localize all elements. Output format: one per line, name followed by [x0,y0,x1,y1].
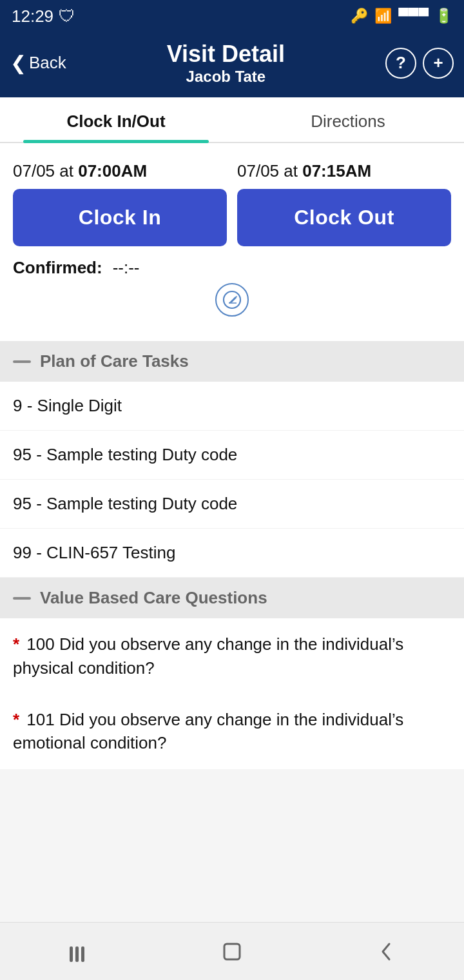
battery-icon: 🔋 [435,8,452,24]
section-dash-icon [13,597,31,600]
status-icons: 🔑 📶 ▀▀▀ 🔋 [351,8,452,24]
value-based-care-header: Value Based Care Questions [0,578,464,618]
question-number: 101 [26,710,54,729]
edit-icon-wrap [13,283,451,317]
required-star-icon: * [13,710,19,729]
clock-in-button[interactable]: Clock In [13,189,227,246]
confirmed-value: --:-- [113,258,140,278]
signal-icon: ▀▀▀ [398,8,429,24]
required-star-icon: * [13,634,19,654]
svg-rect-2 [70,946,73,962]
question-text: Did you observe any change in the indivi… [13,710,403,752]
tab-directions-label: Directions [311,112,385,131]
back-chevron-icon [374,939,400,965]
section-dash-icon [13,360,31,363]
plan-of-care-header: Plan of Care Tasks [0,341,464,382]
task-item[interactable]: 9 - Single Digit [0,382,464,431]
time-display: 12:29 [12,6,53,26]
shield-icon: 🛡 [59,6,75,26]
question-number: 100 [26,634,54,654]
task-item[interactable]: 95 - Sample testing Duty code [0,431,464,480]
edit-time-button[interactable] [215,283,249,317]
plan-of-care-title: Plan of Care Tasks [40,351,189,371]
nav-menu-button[interactable] [52,932,103,971]
nav-home-button[interactable] [206,932,258,971]
svg-rect-3 [75,946,79,962]
header-icons: ? + [385,48,454,79]
clock-out-col: 07/05 at 07:15AM Clock Out [237,161,451,246]
add-button[interactable]: + [423,48,454,79]
clock-row: 07/05 at 07:00AM Clock In 07/05 at 07:15… [13,161,451,246]
svg-rect-4 [81,946,84,962]
wifi-icon: 📶 [374,8,392,24]
add-icon: + [433,53,443,73]
status-left: 12:29 🛡 [12,6,75,26]
clock-in-time: 07/05 at 07:00AM [13,161,147,181]
care-question-item[interactable]: * 100 Did you observe any change in the … [0,618,464,694]
back-arrow-icon: ❮ [10,52,26,74]
svg-rect-5 [224,944,240,959]
status-bar: 12:29 🛡 🔑 📶 ▀▀▀ 🔋 [0,0,464,32]
patient-name: Jacob Tate [66,68,385,86]
main-content: 07/05 at 07:00AM Clock In 07/05 at 07:15… [0,143,464,341]
task-item[interactable]: 99 - CLIN-657 Testing [0,529,464,578]
task-label: 9 - Single Digit [13,396,122,415]
clock-in-date: 07/05 at [13,161,78,181]
confirmed-label: Confirmed: [13,258,102,278]
edit-pencil-icon [222,290,242,309]
task-label: 99 - CLIN-657 Testing [13,543,175,562]
clock-out-time: 07/05 at 07:15AM [237,161,371,181]
task-item[interactable]: 95 - Sample testing Duty code [0,480,464,529]
nav-back-button[interactable] [361,932,412,971]
tab-bar: Clock In/Out Directions [0,97,464,143]
clock-in-time-value: 07:00AM [78,161,147,181]
task-label: 95 - Sample testing Duty code [13,494,237,513]
task-list: 9 - Single Digit 95 - Sample testing Dut… [0,382,464,578]
menu-lines-icon [64,939,90,965]
question-text: Did you observe any change in the indivi… [13,634,403,677]
task-label: 95 - Sample testing Duty code [13,445,237,464]
tab-clock-in-out-label: Clock In/Out [66,112,165,131]
tab-directions[interactable]: Directions [232,97,464,142]
back-button[interactable]: ❮ Back [10,52,66,74]
clock-out-button[interactable]: Clock Out [237,189,451,246]
care-question-item[interactable]: * 101 Did you observe any change in the … [0,694,464,769]
back-label: Back [29,53,66,73]
clock-out-date: 07/05 at [237,161,302,181]
header-title-block: Visit Detail Jacob Tate [66,40,385,86]
bottom-nav [0,922,464,980]
help-button[interactable]: ? [385,48,416,79]
confirmed-row: Confirmed: --:-- [13,258,451,278]
value-based-care-title: Value Based Care Questions [40,588,267,608]
clock-in-col: 07/05 at 07:00AM Clock In [13,161,227,246]
page-title: Visit Detail [66,40,385,68]
care-question-list: * 100 Did you observe any change in the … [0,618,464,769]
clock-out-time-value: 07:15AM [302,161,371,181]
help-icon: ? [396,53,406,73]
home-square-icon [219,939,245,965]
key-icon: 🔑 [351,8,368,24]
header: ❮ Back Visit Detail Jacob Tate ? + [0,32,464,97]
tab-clock-in-out[interactable]: Clock In/Out [0,97,232,142]
